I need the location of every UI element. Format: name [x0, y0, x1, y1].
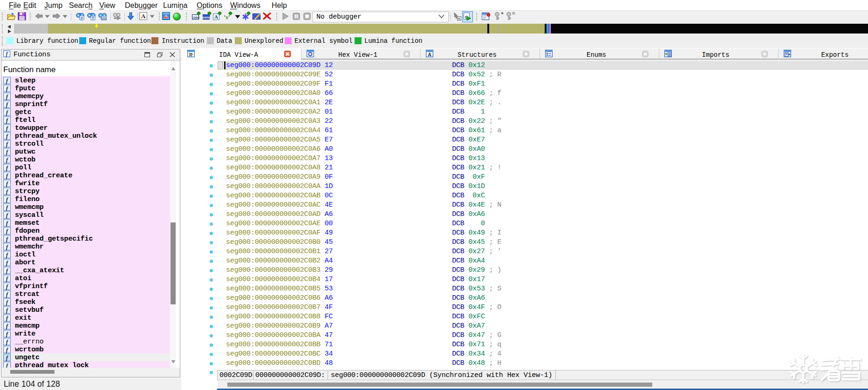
svg-text:A: A	[214, 14, 218, 20]
svg-text:CODE: CODE	[192, 16, 199, 19]
svg-text:T: T	[92, 16, 95, 20]
svg-text:DATA: DATA	[203, 16, 210, 19]
svg-text:101: 101	[101, 16, 107, 20]
svg-text:A: A	[428, 52, 431, 57]
svg-text:A: A	[141, 13, 146, 20]
svg-text:‘s’: ‘s’	[224, 13, 230, 20]
svg-text:#: #	[81, 16, 83, 20]
svg-text:c: c	[458, 16, 460, 20]
